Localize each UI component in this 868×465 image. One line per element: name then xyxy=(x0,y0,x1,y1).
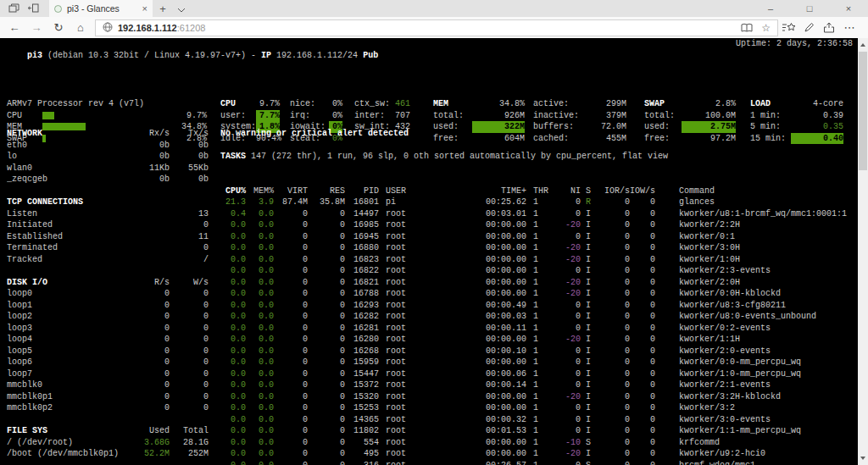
cpu-model: ARMv7 Processor rev 4 (v7l) xyxy=(7,98,209,110)
process-row: 0.40.00014497root00:03.0110I00kworker/u8… xyxy=(220,208,856,220)
sidebar-row: / (/dev/root)3.68G28.1G xyxy=(7,437,209,449)
back-button[interactable]: ← xyxy=(3,21,25,34)
column-header[interactable]: MEM% xyxy=(246,185,274,197)
stat-row: LOAD4-core xyxy=(750,98,847,110)
process-table-header: CPU%MEM%VIRTRESPIDUSERTIME+THRNISIOR/sIO… xyxy=(220,185,856,197)
tab-bar: pi3 - Glances × + – □ × xyxy=(0,0,868,17)
column-header[interactable]: NI xyxy=(555,185,581,197)
sidebar-row: mmcblk0p200 xyxy=(7,402,209,414)
sidebar-section: FILE SYSUsedTotal/ (/dev/root)3.68G28.1G… xyxy=(7,425,209,460)
sidebar-row: loop700 xyxy=(7,368,209,380)
section-header: DISK I/OR/sW/s xyxy=(7,277,209,289)
section-title: FILE SYS xyxy=(7,425,124,437)
process-row: 0.00.000495root00:00.001-20I00kworker/u9… xyxy=(220,448,856,460)
sidebar-row: lo0b0b xyxy=(7,151,209,163)
glances-app: pi3 (debian 10.3 32bit / Linux 4.19.97-v… xyxy=(0,38,858,465)
navigation-bar: ← → ↻ ⌂ 192.168.1.112 :61208 ☆ ⋯ xyxy=(0,17,868,38)
sidebar-row: Tracked/ xyxy=(7,254,209,266)
sidebar-row: loop300 xyxy=(7,323,209,335)
more-options-icon[interactable]: ⋯ xyxy=(839,21,860,34)
stat-row: 1 min:0.39 xyxy=(750,110,847,122)
sidebar-row: mmcblk000 xyxy=(7,379,209,391)
tab-close-icon[interactable]: × xyxy=(139,3,147,14)
scroll-down-icon[interactable] xyxy=(860,457,865,460)
process-row: 0.00.00016945root00:00.0010I00kworker/0:… xyxy=(220,231,856,243)
column-header[interactable]: VIRT xyxy=(274,185,308,197)
window-close-button[interactable]: × xyxy=(829,0,868,17)
web-note-pen-icon[interactable] xyxy=(798,22,819,33)
column-header[interactable]: IOR/s xyxy=(599,185,630,197)
browser-tab[interactable]: pi3 - Glances × xyxy=(49,0,153,17)
hostname: pi3 xyxy=(27,51,42,60)
address-bar[interactable]: 192.168.1.112 :61208 ☆ xyxy=(95,19,778,36)
column-header[interactable]: PID xyxy=(345,185,379,197)
process-row: 0.00.00015447root00:00.0610I00kworker/1:… xyxy=(220,368,856,380)
stat-row: user:7.7%irq:0%inter:707 xyxy=(220,110,412,122)
uptime: Uptime: 2 days, 2:36:58 xyxy=(736,38,853,50)
sidebar-section: NETWORKRx/sTx/seth00b0blo0b0bwlan011Kb55… xyxy=(7,128,209,185)
reading-view-icon[interactable] xyxy=(741,23,753,33)
address-port: :61208 xyxy=(177,23,206,33)
pub-label: Pub xyxy=(363,51,378,60)
forward-button[interactable]: → xyxy=(25,21,47,34)
sidebar-row: Terminated0 xyxy=(7,242,209,254)
process-row: 0.00.00016821root00:00.001-20I00kworker/… xyxy=(220,277,856,289)
process-row: 0.00.00011802root00:01.5310I00kworker/1:… xyxy=(220,425,856,437)
process-row: 0.00.00016880root00:00.001-20I00kworker/… xyxy=(220,242,856,254)
tab-title: pi3 - Glances xyxy=(67,3,139,14)
sidebar-row: _zeqcgeb0b0b xyxy=(7,174,209,185)
refresh-button[interactable]: ↻ xyxy=(47,21,70,34)
sidebar-row: Initiated0 xyxy=(7,219,209,231)
browser-chrome: pi3 - Glances × + – □ × ← → ↻ ⌂ 192.168.… xyxy=(0,0,868,38)
column-header[interactable]: TIME+ xyxy=(433,185,526,197)
section-title: NETWORK xyxy=(7,128,124,140)
stat-row: MEM34.8%active:299M xyxy=(433,98,633,110)
process-row: 0.00.00016985root00:00.001-20I00kworker/… xyxy=(220,219,856,231)
sidebar-row: mmcblk0p100 xyxy=(7,391,209,403)
share-icon[interactable] xyxy=(819,22,839,33)
section-header: TCP CONNECTIONS xyxy=(7,197,209,208)
sidebar-row: wlan011Kb55Kb xyxy=(7,163,209,174)
section-title: TCP CONNECTIONS xyxy=(7,197,124,208)
sidebar-section: TCP CONNECTIONSListen13Initiated0Establi… xyxy=(7,197,209,265)
favorites-hub-icon[interactable] xyxy=(778,22,798,33)
sidebar-row: loop600 xyxy=(7,357,209,368)
globe-icon xyxy=(103,20,113,36)
scrollbar-thumb[interactable] xyxy=(859,52,867,170)
sidebar-section: DISK I/OR/sW/sloop000loop100loop200loop3… xyxy=(7,277,209,414)
process-row: 0.00.000554root00:00.001-10S00krfcommd xyxy=(220,437,856,449)
usage-bar xyxy=(42,112,166,119)
tab-preview-icon[interactable] xyxy=(8,1,19,16)
column-header[interactable]: CPU% xyxy=(220,185,246,197)
column-header[interactable]: RES xyxy=(308,185,345,197)
sidebar-row: loop000 xyxy=(7,288,209,300)
main-panel: No warning or critical alert detected TA… xyxy=(220,128,856,465)
column-header[interactable]: USER xyxy=(379,185,433,197)
page-scrollbar[interactable] xyxy=(858,38,868,465)
tasks-summary: TASKS 147 (272 thr), 1 run, 96 slp, 0 ot… xyxy=(220,151,856,163)
stat-row: SWAP2.8% xyxy=(644,98,739,110)
tab-list-chevron-icon[interactable] xyxy=(173,1,190,16)
favorites-star-icon[interactable]: ☆ xyxy=(761,22,771,34)
window-maximize-button[interactable]: □ xyxy=(790,0,829,17)
column-header[interactable]: S xyxy=(581,185,599,197)
process-row: 0.00.00016823root00:00.001-20I00kworker/… xyxy=(220,254,856,266)
process-row: 21.33.987.4M35.8M16801pi00:25.6210R00gla… xyxy=(220,197,856,208)
scroll-up-icon[interactable] xyxy=(860,43,865,47)
column-header[interactable]: THR xyxy=(526,185,555,197)
window-minimize-button[interactable]: – xyxy=(751,0,790,17)
process-row: 0.00.00016788root00:00.001-20I00kworker/… xyxy=(220,288,856,300)
column-header[interactable]: IOW/s xyxy=(630,185,655,197)
process-row: 0.00.00016293root00:00.4910I00kworker/u8… xyxy=(220,300,856,312)
alert-message: No warning or critical alert detected xyxy=(220,128,856,140)
new-tab-button[interactable]: + xyxy=(153,3,173,15)
sidebar-row: /boot (/dev/mmcblk0p1)52.2M252M xyxy=(7,448,209,460)
process-row: 0.00.00015372root00:00.1410I00kworker/2:… xyxy=(220,379,856,391)
sidebar-row: Established11 xyxy=(7,231,209,243)
process-row: 0.00.00016280root00:00.001-20I00kworker/… xyxy=(220,334,856,346)
sidebar-row: loop100 xyxy=(7,300,209,312)
process-row: 0.00.00015253root00:00.0010I00kworker/3:… xyxy=(220,402,856,414)
column-header[interactable]: Command xyxy=(655,185,856,197)
set-aside-tabs-icon[interactable] xyxy=(28,1,39,16)
home-button[interactable]: ⌂ xyxy=(70,21,92,34)
